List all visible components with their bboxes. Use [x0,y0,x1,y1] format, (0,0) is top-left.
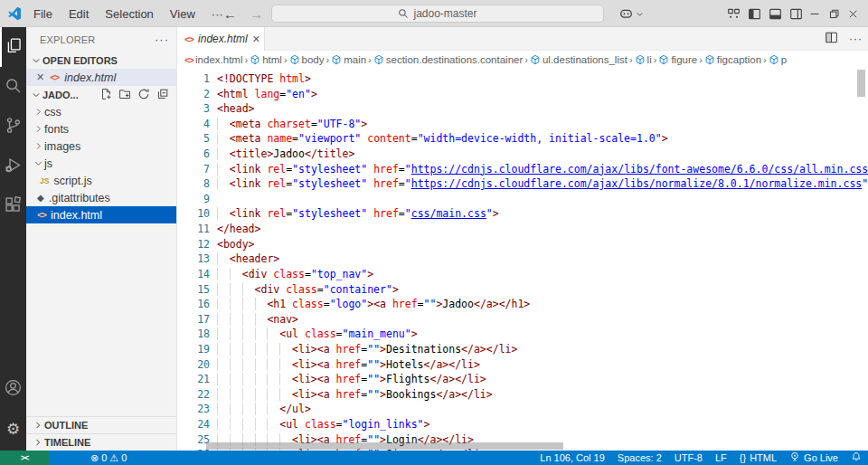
line-number[interactable]: 23 [177,402,210,417]
tree-item-css[interactable]: css [26,103,176,120]
line-number[interactable]: 18 [177,327,210,342]
code-line[interactable]: 21 <li><a href="">Flights</a></li> [177,372,868,387]
copilot-menu[interactable] [618,5,644,22]
remote-indicator[interactable]: >< [0,451,49,465]
line-number[interactable]: 4 [177,117,210,132]
breadcrumb-item[interactable]: li [635,54,652,65]
tree-item-index-html[interactable]: <> index.html [26,206,176,223]
restore-icon[interactable] [828,8,840,20]
close-tab-icon[interactable]: ✕ [252,33,260,45]
line-number[interactable]: 12 [177,237,210,252]
breadcrumb-item[interactable]: figure [658,54,697,65]
code-line[interactable]: 15 <div class="container"> [177,282,868,298]
code-line[interactable]: 9 [177,192,868,207]
tree-item-images[interactable]: images [26,138,176,155]
line-content[interactable]: <body> [210,237,255,252]
line-content[interactable]: <nav> [210,312,298,327]
close-window-icon[interactable] [847,8,859,20]
line-content[interactable]: <li><a href="">Hotels</a></li> [210,357,480,373]
tree-item-gitattributes[interactable]: ◆ .gitattributes [26,189,176,206]
workspace-folder-header[interactable]: JADO... [26,86,176,103]
breadcrumb-item[interactable]: ul.destinations_list [530,54,627,65]
notifications-button[interactable] [844,451,868,464]
code-line[interactable]: 12<body> [177,237,868,252]
customize-layout-icon[interactable] [727,7,741,21]
line-number[interactable]: 2 [177,87,210,102]
eol-setting[interactable]: LF [709,452,733,463]
code-line[interactable]: 2<html lang="en"> [177,87,868,102]
menu-file[interactable]: File [25,5,61,24]
line-number[interactable]: 1 [177,71,210,87]
line-number[interactable]: 3 [177,101,210,117]
code-line[interactable]: 19 <li><a href="">Desitnations</a></li> [177,342,868,357]
language-mode[interactable]: {} HTML [733,452,783,463]
new-file-icon[interactable] [99,88,112,102]
minimize-icon[interactable] [808,7,821,20]
line-number[interactable]: 25 [177,432,210,448]
run-debug-activity-button[interactable] [0,147,26,186]
line-content[interactable]: <link rel="stylesheet" href="css/main.cs… [210,206,499,222]
open-editors-section-header[interactable]: OPEN EDITORS [26,52,176,69]
toggle-panel-icon[interactable] [769,7,782,21]
line-number[interactable]: 20 [177,357,210,373]
line-content[interactable]: <li><a href="">Flights</a></li> [210,372,486,387]
code-line[interactable]: 24 <ul class="login_links"> [177,417,868,432]
timeline-section-header[interactable]: TIMELINE [26,433,176,451]
line-content[interactable]: <h1 class="logo"><a href="">Jadoo</a></h… [210,297,530,312]
line-content[interactable]: <div class="top_nav"> [210,267,373,282]
encoding-setting[interactable]: UTF-8 [668,452,709,463]
breadcrumb-item[interactable]: p [769,54,787,65]
code-line[interactable]: 23 </ul> [177,402,868,417]
tree-item-script-js[interactable]: JS script.js [26,172,176,189]
line-content[interactable]: <ul class="login_links"> [210,417,429,432]
line-content[interactable]: <li><a href="">Desitnations</a></li> [210,342,517,357]
code-line[interactable]: 14 <div class="top_nav"> [177,267,868,282]
new-folder-icon[interactable] [118,88,131,102]
code-line[interactable]: 1<!DOCTYPE html> [177,71,868,87]
extensions-activity-button[interactable] [0,186,26,226]
line-number[interactable]: 15 [177,282,210,298]
line-content[interactable]: <html lang="en"> [210,87,317,102]
breadcrumb-item[interactable]: section.destinations.container [373,54,524,65]
breadcrumb-item[interactable]: <>index.html [184,54,242,65]
code-line[interactable]: 6 <title>Jadoo</title> [177,147,868,162]
breadcrumb-item[interactable]: figcaption [704,54,761,65]
collapse-all-icon[interactable] [156,88,169,102]
go-forward-icon[interactable]: → [250,6,263,22]
more-actions-icon[interactable]: ··· [849,33,863,45]
code-line[interactable]: 4 <meta charset="UTF-8"> [177,117,868,132]
toggle-secondary-sidebar-icon[interactable] [789,7,803,21]
line-number[interactable]: 22 [177,387,210,403]
code-line[interactable]: 16 <h1 class="logo"><a href="">Jadoo</a>… [177,297,868,312]
line-number[interactable]: 17 [177,312,210,327]
line-number[interactable]: 21 [177,372,210,387]
code-line[interactable]: 3<head> [177,101,868,117]
menu-edit[interactable]: Edit [61,5,97,24]
accounts-button[interactable] [0,369,26,409]
search-activity-button[interactable] [0,67,26,107]
line-content[interactable]: <ul class="main_menu"> [210,327,418,342]
line-content[interactable]: </head> [210,222,260,237]
code-line[interactable]: 8 <link rel="stylesheet" href="https://c… [177,176,868,192]
code-line[interactable]: 5 <meta name="viewport" content="width=d… [177,131,868,147]
tab-index-html[interactable]: <> index.html ✕ [177,27,265,51]
command-center-search[interactable]: jadoo-master [271,5,604,23]
tree-item-js[interactable]: js [26,155,176,172]
code-line[interactable]: 18 <ul class="main_menu"> [177,327,868,342]
line-content[interactable]: <div class="container"> [210,282,399,298]
open-editor-item[interactable]: ✕ <> index.html [26,69,176,86]
line-number[interactable]: 10 [177,206,210,222]
code-line[interactable]: 13 <header> [177,251,868,267]
line-number[interactable]: 16 [177,297,210,312]
settings-button[interactable]: ⚙ [0,409,26,449]
refresh-icon[interactable] [137,88,150,102]
line-number[interactable]: 5 [177,131,210,147]
source-control-activity-button[interactable] [0,107,26,147]
explorer-more-actions[interactable]: ··· [155,33,169,46]
line-content[interactable]: <meta charset="UTF-8"> [210,117,367,132]
close-editor-icon[interactable]: ✕ [36,71,44,83]
breadcrumb-item[interactable]: body [289,54,325,65]
line-content[interactable]: <meta name="viewport" content="width=dev… [210,131,668,147]
code-line[interactable]: 10 <link rel="stylesheet" href="css/main… [177,206,868,222]
line-content[interactable]: <header> [210,251,279,267]
